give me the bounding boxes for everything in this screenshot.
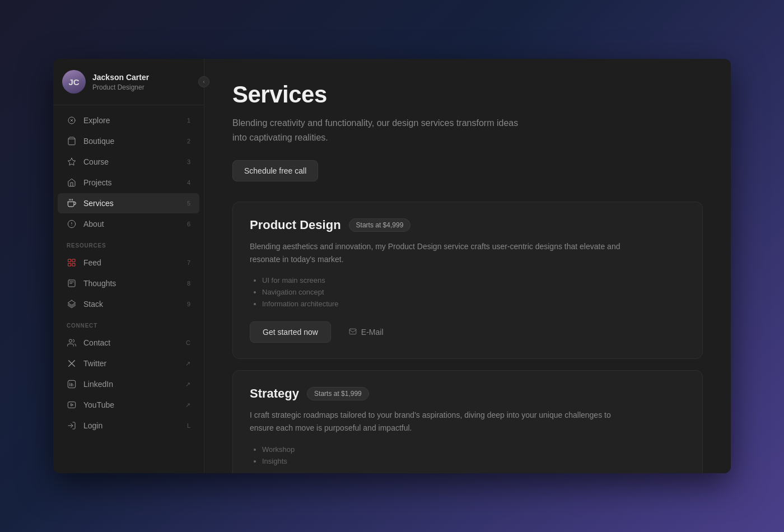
services-label: Services [83,199,180,208]
svg-marker-2 [68,158,75,165]
service-features-2: Workshop Insights [250,445,685,465]
sidebar-item-course[interactable]: Course 3 [58,152,199,172]
sidebar-item-twitter[interactable]: Twitter ↗ [58,353,199,374]
projects-icon [67,178,77,188]
service-card-product-design: Product Design Starts at $4,999 Blending… [232,202,703,359]
boutique-label: Boutique [83,137,180,146]
app-window: JC Jackson Carter Product Designer ‹ Exp… [53,59,731,473]
login-icon [67,421,77,431]
about-label: About [83,220,180,228]
sidebar-item-thoughts[interactable]: Thoughts 8 [58,273,199,293]
explore-label: Explore [83,116,180,125]
sidebar-item-explore[interactable]: Explore 1 [58,110,199,130]
contact-badge: C [186,339,190,346]
user-role: Product Designer [92,83,195,91]
contact-icon [67,338,77,348]
about-badge: 6 [187,221,190,227]
sidebar-item-about[interactable]: About 6 [58,214,199,234]
service-features-1: UI for main screens Navigation concept I… [250,276,685,308]
contact-label: Contact [83,338,179,347]
service-actions-1: Get started now E-Mail [250,321,685,343]
service-card-header-2: Strategy Starts at $1,999 [250,386,685,401]
feature-item: Information architecture [262,300,685,308]
service-card-header-1: Product Design Starts at $4,999 [250,218,685,232]
linkedin-icon [67,379,77,389]
stack-label: Stack [83,300,180,309]
stack-badge: 9 [187,301,190,307]
twitter-label: Twitter [83,359,179,368]
sidebar-item-projects[interactable]: Projects 4 [58,172,199,193]
boutique-badge: 2 [187,138,190,144]
collapse-button[interactable]: ‹ [198,76,209,87]
feature-item: Navigation concept [262,288,685,296]
sidebar-item-feed[interactable]: Feed 7 [58,253,199,273]
service-card-strategy: Strategy Starts at $1,999 I craft strate… [232,370,703,473]
explore-badge: 1 [187,117,190,124]
youtube-label: YouTube [83,400,179,409]
email-label-1: E-Mail [361,328,384,337]
twitter-badge: ↗ [185,360,190,367]
feed-label: Feed [83,258,180,267]
sidebar-nav: Explore 1 Boutique 2 Course 3 [53,105,204,473]
avatar: JC [62,70,86,94]
feature-item: Insights [262,457,685,465]
twitter-icon [67,358,77,368]
feed-badge: 7 [187,259,190,266]
service-price-badge-2: Starts at $1,999 [307,387,369,400]
feed-icon [67,258,77,268]
sidebar-item-stack[interactable]: Stack 9 [58,294,199,314]
explore-icon [67,115,77,125]
thoughts-icon [67,278,77,288]
course-label: Course [83,157,180,166]
svg-rect-11 [72,263,75,266]
stack-icon [67,299,77,309]
sidebar-item-contact[interactable]: Contact C [58,333,199,353]
main-content: Services Blending creativity and functio… [204,59,731,473]
thoughts-label: Thoughts [83,279,180,288]
sidebar-item-linkedin[interactable]: LinkedIn ↗ [58,374,199,394]
services-icon [67,198,77,208]
svg-rect-17 [68,402,75,408]
user-name: Jackson Carter [92,72,195,82]
sidebar-item-boutique[interactable]: Boutique 2 [58,131,199,151]
schedule-call-button[interactable]: Schedule free call [232,160,318,181]
services-badge: 5 [187,200,190,207]
svg-point-15 [69,339,72,342]
linkedin-label: LinkedIn [83,380,179,389]
sidebar-item-youtube[interactable]: YouTube ↗ [58,395,199,415]
get-started-button-1[interactable]: Get started now [250,321,331,343]
svg-marker-18 [71,404,73,406]
service-title-1: Product Design [250,218,341,232]
sidebar-item-services[interactable]: Services 5 [58,193,199,213]
email-button-1[interactable]: E-Mail [339,322,394,343]
service-title-2: Strategy [250,386,299,401]
feature-item: UI for main screens [262,276,685,284]
boutique-icon [67,136,77,146]
youtube-badge: ↗ [185,402,190,409]
sidebar-header: JC Jackson Carter Product Designer ‹ [53,59,204,105]
connect-section-label: CONNECT [53,315,204,332]
svg-rect-20 [349,329,356,334]
projects-label: Projects [83,178,180,187]
linkedin-badge: ↗ [185,381,190,388]
user-info: Jackson Carter Product Designer [92,72,195,91]
email-icon-1 [349,328,357,337]
youtube-icon [67,400,77,410]
svg-rect-12 [68,263,71,266]
resources-section-label: RESOURCES [53,235,204,252]
feature-item: Workshop [262,445,685,454]
thoughts-badge: 8 [187,280,190,287]
course-badge: 3 [187,158,190,165]
page-subtitle: Blending creativity and functionality, o… [232,116,524,144]
sidebar: JC Jackson Carter Product Designer ‹ Exp… [53,59,204,473]
service-desc-1: Blending aesthetics and innovation, my P… [250,240,631,266]
page-title: Services [232,81,703,108]
login-badge: L [187,422,190,429]
svg-rect-10 [72,259,75,262]
service-price-badge-1: Starts at $4,999 [349,218,411,232]
svg-rect-9 [68,259,71,262]
login-label: Login [83,421,180,430]
sidebar-item-login[interactable]: Login L [58,416,199,436]
projects-badge: 4 [187,179,190,186]
course-icon [67,157,77,167]
